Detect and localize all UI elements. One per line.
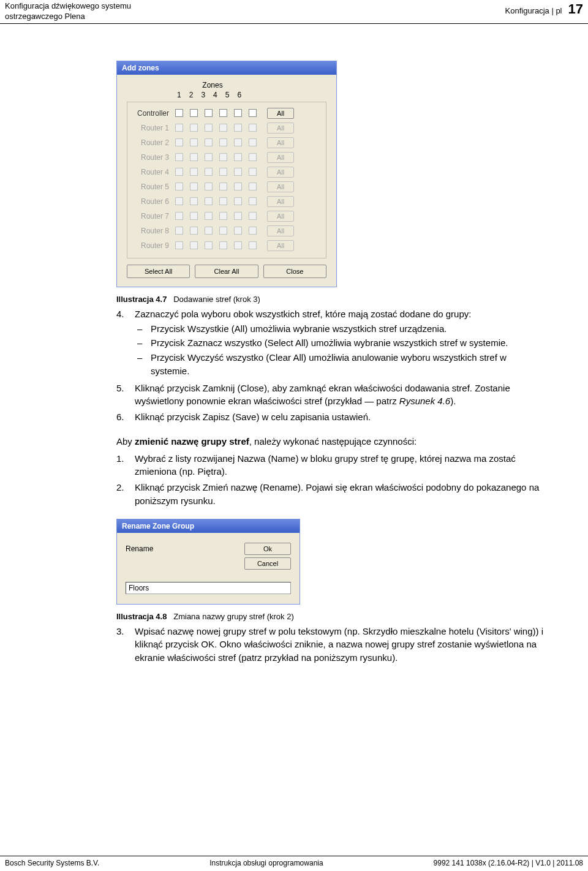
- zone-row-label: Router 9: [134, 241, 173, 250]
- zone-checkbox: [249, 212, 257, 220]
- cancel-button[interactable]: Cancel: [244, 557, 291, 570]
- zone-row-label: Router 8: [134, 227, 173, 235]
- step-4-sub-3: –Przycisk Wyczyść wszystko (Clear All) u…: [135, 351, 545, 378]
- zone-row-0: ControllerAll: [134, 106, 320, 121]
- step-number: 3.: [116, 625, 135, 665]
- dialog-bottom-buttons: Select All Clear All Close: [127, 265, 326, 278]
- page-number: 17: [568, 1, 583, 17]
- zone-row-label: Controller: [134, 109, 173, 118]
- zone-checkbox: [175, 153, 183, 161]
- zone-checkbox: [234, 197, 242, 205]
- zone-checkbox: [219, 197, 227, 205]
- instruction-list-2: 1. Wybrać z listy rozwijanej Nazwa (Name…: [116, 452, 545, 508]
- zone-checkbox[interactable]: [234, 109, 242, 117]
- zone-checkbox: [219, 241, 227, 249]
- zone-checkbox: [175, 183, 183, 190]
- zone-checkbox[interactable]: [249, 109, 257, 117]
- zone-checkbox: [190, 227, 198, 235]
- zone-checkbox: [205, 241, 213, 249]
- rename-label: Rename: [126, 545, 153, 553]
- rename-input[interactable]: [126, 582, 291, 594]
- zone-checkbox: [190, 183, 198, 190]
- header-left: Konfiguracja dźwiękowego systemu ostrzeg…: [5, 1, 131, 22]
- instruction-list-1: 4. Zaznaczyć pola wyboru obok wszystkich…: [116, 307, 545, 424]
- step-text: Wpisać nazwę nowej grupy stref w polu te…: [135, 626, 543, 663]
- row-all-button: All: [267, 196, 294, 207]
- zones-header-label: Zones: [170, 81, 255, 89]
- dialog-rename-zone-group: Rename Zone Group Rename Ok Cancel: [116, 519, 300, 605]
- zone-checkbox: [175, 197, 183, 205]
- rename-row-ok: Rename Ok: [126, 541, 291, 556]
- step-number: 2.: [116, 481, 135, 508]
- zone-checkbox: [175, 212, 183, 220]
- figure-caption-4-8: Illustracja 4.8 Zmiana nazwy grupy stref…: [116, 612, 545, 621]
- zone-checkbox[interactable]: [190, 109, 198, 117]
- zone-checkbox: [190, 153, 198, 161]
- zone-checkbox: [190, 241, 198, 249]
- zone-checkbox: [190, 197, 198, 205]
- zone-row-7: Router 7All: [134, 209, 320, 224]
- step-text: Zaznaczyć pola wyboru obok wszystkich st…: [135, 309, 471, 319]
- step-5-ref: Rysunek 4.6: [399, 396, 450, 406]
- zone-col-3: 3: [201, 91, 205, 99]
- zone-checkbox: [205, 168, 213, 176]
- zone-checkbox: [190, 138, 198, 146]
- row-all-button: All: [267, 225, 294, 236]
- zone-row-5: Router 5All: [134, 179, 320, 194]
- zone-checkbox: [205, 124, 213, 132]
- row-all-button[interactable]: All: [267, 108, 294, 119]
- zones-groupbox: ControllerAllRouter 1AllRouter 2AllRoute…: [127, 102, 326, 258]
- zone-checkbox[interactable]: [205, 109, 213, 117]
- row-all-button: All: [267, 240, 294, 251]
- zone-checkbox: [234, 153, 242, 161]
- zone-checkbox: [219, 183, 227, 190]
- zone-checkbox[interactable]: [175, 109, 183, 117]
- zone-col-4: 4: [213, 91, 217, 99]
- dialog-body: Zones 1 2 3 4 5 6 ControllerAllRouter 1A…: [117, 75, 336, 287]
- close-button[interactable]: Close: [263, 265, 326, 278]
- zone-checkbox: [249, 183, 257, 190]
- row-all-button: All: [267, 181, 294, 192]
- zone-checkbox: [190, 212, 198, 220]
- zone-row-2: Router 2All: [134, 135, 320, 150]
- zone-checkbox: [175, 138, 183, 146]
- zone-checkbox: [205, 197, 213, 205]
- clear-all-button[interactable]: Clear All: [195, 265, 258, 278]
- zone-checkbox: [205, 183, 213, 190]
- zone-checkbox: [219, 212, 227, 220]
- zone-checkbox: [205, 212, 213, 220]
- row-all-button: All: [267, 152, 294, 163]
- zone-row-8: Router 8All: [134, 224, 320, 238]
- zone-checkbox: [175, 227, 183, 235]
- zone-checkbox: [205, 153, 213, 161]
- rename-row-cancel: Cancel: [126, 556, 291, 571]
- zone-checkbox: [205, 138, 213, 146]
- zone-checkbox: [249, 153, 257, 161]
- select-all-button[interactable]: Select All: [127, 265, 190, 278]
- caption-prefix: Illustracja 4.8: [116, 612, 167, 621]
- step-c3: 3. Wpisać nazwę nowej grupy stref w polu…: [116, 625, 545, 665]
- step-6: 6. Kliknąć przycisk Zapisz (Save) w celu…: [116, 410, 545, 424]
- step-text-b: ).: [450, 396, 456, 406]
- caption-prefix: Illustracja 4.7: [116, 295, 167, 304]
- step-number: 1.: [116, 452, 135, 479]
- row-all-button: All: [267, 137, 294, 148]
- figure-caption-4-7: Illustracja 4.7 Dodawanie stref (krok 3): [116, 295, 545, 304]
- zone-checkbox: [175, 168, 183, 176]
- step-4-sub-1: –Przycisk Wszystkie (All) umożliwia wybr…: [135, 322, 545, 336]
- instruction-list-3: 3. Wpisać nazwę nowej grupy stref w polu…: [116, 625, 545, 665]
- zone-checkbox: [175, 241, 183, 249]
- zone-checkbox[interactable]: [219, 109, 227, 117]
- step-c1: 1. Wybrać z listy rozwijanej Nazwa (Name…: [116, 452, 545, 479]
- header-title-line1: Konfiguracja dźwiękowego systemu: [5, 1, 131, 12]
- row-all-button: All: [267, 167, 294, 178]
- dialog-add-zones: Add zones Zones 1 2 3 4 5 6 ControllerAl…: [116, 61, 337, 287]
- step-text: Wybrać z listy rozwijanej Nazwa (Name) w…: [135, 453, 516, 477]
- zone-checkbox: [190, 168, 198, 176]
- zone-checkbox: [234, 168, 242, 176]
- zone-checkbox: [249, 197, 257, 205]
- step-5: 5. Kliknąć przycisk Zamknij (Close), aby…: [116, 382, 545, 409]
- zone-checkbox: [234, 241, 242, 249]
- ok-button[interactable]: Ok: [244, 543, 291, 555]
- zone-checkbox: [219, 168, 227, 176]
